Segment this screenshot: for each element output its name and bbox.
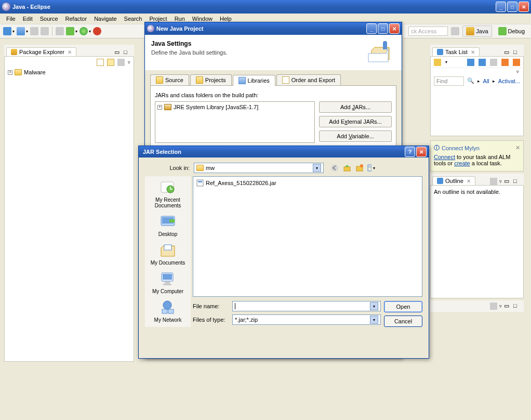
place-label: My Recent Documents (145, 197, 191, 208)
eclipse-maximize-button[interactable]: □ (507, 2, 517, 12)
eclipse-titlebar[interactable]: Java - Eclipse _ □ ✕ (0, 0, 531, 14)
file-item[interactable]: Ref_Axess_5150228026.jar (195, 179, 420, 187)
maximize-view-icon[interactable]: □ (513, 49, 521, 56)
schedule-icon[interactable] (479, 59, 486, 66)
focus-icon[interactable] (490, 59, 497, 66)
file-type-field-label: Files of type: (193, 317, 229, 323)
svg-rect-23 (198, 181, 202, 182)
sync-icon[interactable] (501, 59, 509, 66)
view-menu-icon[interactable]: ▿ (499, 179, 502, 184)
maximize-view-icon[interactable]: □ (513, 303, 521, 310)
package-explorer-tab[interactable]: Package Explorer ✕ (6, 47, 76, 56)
view-menu-icon[interactable]: ▿ (128, 60, 130, 65)
eclipse-minimize-button[interactable]: _ (496, 2, 506, 12)
build-icon[interactable] (56, 27, 64, 35)
perspective-java[interactable]: Java (462, 25, 492, 37)
combo-arrow-icon[interactable]: ▾ (370, 316, 378, 324)
up-folder-icon[interactable] (342, 163, 352, 173)
outline-link-icon[interactable] (490, 178, 497, 185)
collapse-icon[interactable] (513, 59, 520, 66)
file-type-combo[interactable]: *.jar;*.zip ▾ (232, 314, 381, 325)
wizard-banner-icon (366, 40, 395, 65)
new-icon[interactable] (3, 27, 11, 35)
minimize-view-icon[interactable]: ▭ (114, 49, 122, 56)
help-button[interactable]: ? (405, 147, 415, 157)
tab-order-export[interactable]: Order and Export (276, 74, 341, 85)
minimize-view-icon[interactable]: ▭ (504, 178, 511, 185)
place-computer[interactable]: My Computer (152, 271, 183, 294)
quick-access-input[interactable]: ck Access (408, 27, 448, 36)
combo-arrow-icon[interactable]: ▾ (370, 302, 378, 310)
collapse-all-icon[interactable] (97, 59, 104, 66)
add-jars-button[interactable]: Add JARs... (319, 101, 392, 113)
run-icon[interactable] (79, 27, 88, 35)
create-link[interactable]: create (454, 160, 470, 166)
outline-tab[interactable]: Outline ✕ (432, 176, 475, 185)
save-icon[interactable] (17, 27, 25, 35)
close-icon[interactable]: ✕ (467, 178, 471, 184)
eclipse-close-button[interactable]: ✕ (519, 2, 529, 12)
view-menu-icon[interactable]: ▿ (431, 68, 523, 75)
close-icon[interactable]: ✕ (68, 49, 72, 55)
place-documents[interactable]: My Documents (151, 242, 185, 266)
filedlg-title: JAR Selection (141, 149, 404, 155)
place-recent[interactable]: My Recent Documents (145, 179, 191, 208)
add-external-jars-button[interactable]: Add External JARs... (319, 116, 392, 127)
cancel-button[interactable]: Cancel (384, 316, 422, 327)
open-perspective-icon[interactable] (451, 27, 459, 35)
new-folder-icon[interactable] (355, 163, 364, 173)
tab-libraries[interactable]: Libraries (233, 75, 275, 86)
wizard-titlebar[interactable]: New Java Project _ □ ✕ (145, 22, 402, 35)
add-variable-button[interactable]: Add Variable... (319, 130, 392, 142)
debug-icon[interactable] (66, 27, 74, 35)
print-icon[interactable] (41, 27, 49, 35)
tab-projects[interactable]: Projects (190, 74, 232, 85)
filters-icon[interactable] (117, 59, 125, 66)
open-button[interactable]: Open (384, 301, 422, 312)
filedlg-close-button[interactable]: ✕ (416, 147, 427, 157)
find-input[interactable]: Find (434, 76, 464, 86)
tab-source[interactable]: Source (150, 74, 189, 85)
categorize-icon[interactable] (467, 59, 474, 66)
maximize-view-icon[interactable]: □ (124, 49, 131, 56)
tree-row-malware[interactable]: + Malware (5, 68, 134, 76)
menu-search[interactable]: Search (121, 15, 145, 23)
build-path-tree[interactable]: + JRE System Library [JavaSE-1.7] (155, 101, 315, 143)
file-list[interactable]: Ref_Axess_5150228026.jar (193, 176, 422, 297)
expander-icon[interactable]: + (157, 105, 162, 110)
wizard-minimize-button[interactable]: _ (366, 23, 377, 34)
expander-icon[interactable]: + (8, 70, 12, 75)
activate-link[interactable]: Activat... (498, 78, 520, 84)
new-task-icon[interactable] (434, 59, 441, 66)
link-icon[interactable] (490, 303, 497, 310)
wizard-maximize-button[interactable]: □ (378, 23, 388, 34)
search-icon[interactable]: 🔍 (467, 77, 474, 85)
save-all-icon[interactable] (30, 27, 38, 35)
menu-file[interactable]: File (3, 15, 19, 23)
stop-icon[interactable] (93, 27, 101, 35)
filedlg-titlebar[interactable]: JAR Selection ? ✕ (139, 146, 429, 158)
menu-source[interactable]: Source (37, 15, 61, 23)
combo-arrow-icon[interactable]: ▾ (313, 164, 321, 172)
task-list-tab[interactable]: Task List ✕ (432, 47, 480, 56)
file-name-input[interactable]: ▾ (232, 301, 381, 311)
wizard-close-button[interactable]: ✕ (389, 23, 400, 34)
minimize-view-icon[interactable]: ▭ (504, 49, 511, 56)
look-in-combo[interactable]: mw ▾ (194, 163, 324, 173)
view-menu-icon[interactable]: ▾ (367, 163, 377, 173)
menu-refactor[interactable]: Refactor (62, 15, 90, 23)
maximize-view-icon[interactable]: □ (513, 178, 521, 185)
menu-edit[interactable]: Edit (20, 15, 36, 23)
close-icon[interactable]: ✕ (471, 49, 475, 55)
menu-navigate[interactable]: Navigate (91, 15, 120, 23)
view-menu-icon[interactable]: ▿ (499, 304, 502, 309)
connect-link[interactable]: Connect (434, 154, 455, 160)
link-editor-icon[interactable] (107, 59, 114, 66)
perspective-debug[interactable]: Debug (495, 26, 528, 36)
close-icon[interactable]: ✕ (515, 145, 520, 151)
minimize-view-icon[interactable]: ▭ (504, 303, 511, 310)
place-desktop[interactable]: Desktop (158, 214, 178, 237)
all-filter-link[interactable]: All (483, 78, 489, 84)
place-network[interactable]: My Network (154, 299, 182, 323)
back-icon[interactable] (330, 163, 339, 173)
